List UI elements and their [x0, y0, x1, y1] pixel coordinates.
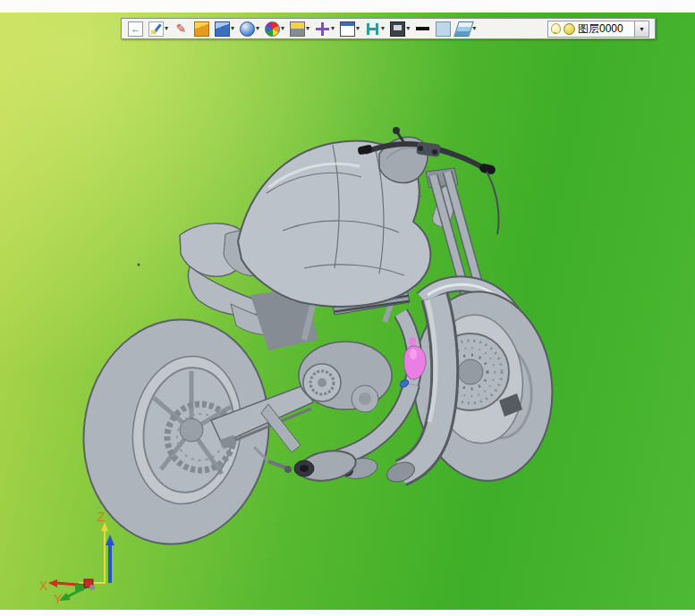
layers-icon	[453, 21, 474, 37]
toolbar-item-view[interactable]: ▾	[339, 21, 360, 37]
toolbar-item-surface[interactable]: ▾	[239, 21, 260, 37]
toolbar-item-color[interactable]: ▾	[264, 21, 285, 37]
y-axis-label: Y	[54, 592, 63, 606]
solid-box-icon	[194, 21, 209, 37]
z-axis-label: Z	[97, 510, 106, 524]
layer-select-value: 图层0000	[578, 21, 631, 37]
toolbar-item-sketch[interactable]	[173, 21, 190, 37]
scene-canvas[interactable]: X Y Z	[0, 0, 695, 616]
toolbar-item-paint-style[interactable]: ▾	[148, 21, 169, 37]
toolbar-item-grid[interactable]: ▾	[364, 21, 386, 37]
toolbar-item-solid[interactable]	[193, 21, 210, 37]
chevron-down-icon: ▾	[406, 25, 410, 32]
floating-toolbar: ▾ ▾ ▾ ▾ ▾ ▾ ▾	[121, 18, 656, 39]
sketch-pencil-icon	[174, 21, 189, 37]
window-top-strip	[0, 0, 695, 13]
chevron-down-icon: ▾	[306, 25, 309, 32]
chevron-down-icon: ▾	[472, 25, 476, 32]
toolbar-item-linewidth[interactable]	[414, 21, 431, 37]
stray-dot	[138, 264, 140, 266]
paint-style-icon	[148, 21, 164, 37]
chevron-down-icon: ▾	[331, 25, 335, 32]
chevron-down-icon: ▾	[231, 25, 234, 32]
lightbulb-icon	[551, 23, 561, 34]
toolbar-item-render[interactable]: ▾	[289, 21, 310, 37]
line-width-icon	[415, 21, 430, 37]
layer-select-dropdown-button[interactable]: ▾	[634, 21, 648, 37]
toolbar-item-swatch[interactable]	[435, 21, 452, 37]
grid-plane-icon	[365, 21, 380, 37]
chevron-down-icon: ▾	[281, 25, 284, 32]
render-camera-icon	[290, 21, 305, 37]
display-monitor-icon	[390, 21, 405, 37]
chevron-down-icon: ▾	[165, 25, 168, 32]
move-axis-icon	[315, 21, 330, 37]
application-window: X Y Z ▾ ▾ ▾ ▾	[0, 0, 695, 616]
layer-select[interactable]: 图层0000 ▾	[547, 21, 649, 38]
axis-triad: X Y Z	[39, 510, 114, 606]
chevron-down-icon: ▾	[356, 25, 360, 32]
view-window-icon	[340, 21, 355, 37]
chevron-down-icon: ▾	[640, 25, 643, 33]
toolbar-item-export[interactable]	[127, 21, 144, 37]
x-axis-label: X	[39, 578, 48, 593]
toolbar-item-feature[interactable]: ▾	[214, 21, 235, 37]
layer-color-icon	[564, 23, 575, 35]
window-bottom-strip	[0, 610, 695, 616]
color-wheel-icon	[265, 21, 280, 37]
color-swatch-icon	[436, 21, 451, 37]
feature-cube-icon	[215, 21, 230, 37]
toolbar-item-display[interactable]: ▾	[389, 21, 411, 37]
surface-sphere-icon	[240, 21, 255, 37]
motorcycle-3d-model[interactable]	[69, 127, 561, 556]
toolbar-item-layers[interactable]: ▾	[455, 21, 477, 37]
export-icon	[128, 21, 143, 37]
chevron-down-icon: ▾	[381, 25, 385, 32]
chevron-down-icon: ▾	[256, 25, 259, 32]
toolbar-item-move[interactable]: ▾	[314, 21, 335, 37]
